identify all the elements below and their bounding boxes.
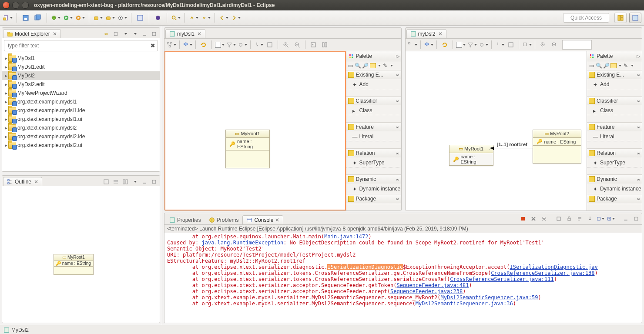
maximize-view-button[interactable] bbox=[150, 177, 158, 186]
close-icon[interactable]: ✕ bbox=[53, 31, 57, 37]
outline-tab[interactable]: Outline ✕ bbox=[3, 177, 42, 186]
palette-entry[interactable]: ▸Class bbox=[587, 106, 642, 115]
palette-entry-more[interactable] bbox=[587, 141, 642, 147]
filter-input[interactable] bbox=[7, 42, 151, 49]
select-button[interactable] bbox=[215, 40, 225, 50]
palette-group[interactable]: Existing E...∞ bbox=[346, 70, 401, 79]
layers-button[interactable] bbox=[423, 40, 434, 50]
paste-format-button[interactable] bbox=[265, 40, 275, 50]
palette-group[interactable]: Package∞ bbox=[346, 194, 401, 203]
palette-entry[interactable]: ✦Add bbox=[587, 80, 642, 89]
palette-group[interactable]: Relation∞ bbox=[346, 149, 401, 157]
close-icon[interactable]: ✕ bbox=[197, 31, 201, 37]
stack-link[interactable]: CrossReferenceSerializer.java:111 bbox=[450, 276, 553, 282]
zoom-out-button[interactable] bbox=[292, 40, 302, 50]
stack-link[interactable]: CrossReferenceSerializer.java:138 bbox=[491, 270, 594, 276]
palette-entry-more[interactable] bbox=[587, 167, 642, 174]
project-tree-item[interactable]: ▸org.xtext.example.mydsl2.ide bbox=[2, 132, 160, 141]
project-tree-item[interactable]: ▸org.xtext.example.mydsl2 bbox=[2, 124, 160, 132]
tab-properties[interactable]: Properties bbox=[165, 215, 205, 224]
open-console-button[interactable] bbox=[607, 214, 615, 223]
project-tree-item[interactable]: ▸MyDsl2.edit bbox=[2, 80, 160, 89]
arrange-button[interactable] bbox=[166, 40, 177, 50]
display-selected-console-button[interactable] bbox=[596, 214, 605, 223]
project-tree-item[interactable]: ▸org.xtext.example.mydsl1 bbox=[2, 97, 160, 106]
class-node-myroot1[interactable]: ▭ MyRoot1 🔑 name : EString bbox=[225, 130, 270, 168]
tab-problems[interactable]: !Problems bbox=[205, 215, 243, 224]
palette-entry[interactable]: ✦Add bbox=[346, 80, 401, 89]
editor-tab-mydsl1[interactable]: myDsl1 ✕ bbox=[165, 29, 205, 38]
window-close-button[interactable] bbox=[3, 2, 10, 9]
filter-button[interactable] bbox=[467, 40, 477, 50]
palette-entry-more[interactable] bbox=[346, 115, 401, 121]
show-hide-button[interactable] bbox=[237, 40, 248, 50]
refresh-button[interactable] bbox=[198, 40, 209, 50]
palette-group[interactable]: Dynamic∞ bbox=[346, 175, 401, 184]
next-annotation-button[interactable] bbox=[201, 13, 211, 23]
project-tree-item[interactable]: ▸org.xtext.example.mydsl2.ui bbox=[2, 141, 160, 150]
outline-canvas[interactable]: ▭ MyRoot1 🔑 name : EString bbox=[2, 186, 160, 323]
editor-tab-mydsl2[interactable]: myDsl2 ✕ bbox=[406, 29, 446, 38]
open-type-button[interactable] bbox=[135, 13, 145, 23]
palette-header[interactable]: Palette▷ bbox=[346, 51, 401, 61]
palette-entry[interactable]: ✦Dynamic instance bbox=[587, 184, 642, 193]
open-perspective-button[interactable] bbox=[614, 13, 627, 23]
select-all-button[interactable] bbox=[153, 13, 163, 23]
new-feature-button[interactable] bbox=[105, 13, 115, 23]
stack-link[interactable]: MyDsl2SemanticSequencer.java:36 bbox=[416, 301, 513, 307]
diagram-canvas-mydsl2[interactable]: ▭ MyRoot1↗ 🔑 name : EString [1..1] root1… bbox=[406, 51, 587, 210]
project-tree-item[interactable]: ▸org.xtext.example.mydsl1.ide bbox=[2, 106, 160, 115]
zoom-in-icon[interactable]: 🔍 bbox=[355, 63, 361, 69]
outline-menu-button[interactable] bbox=[131, 177, 139, 186]
palette-entry[interactable]: ✦Dynamic instance bbox=[346, 184, 401, 193]
zoom-in-icon[interactable]: 🔍 bbox=[596, 63, 602, 69]
outline-mode1-button[interactable] bbox=[102, 177, 111, 186]
clear-console-button[interactable] bbox=[554, 214, 563, 223]
new-button[interactable] bbox=[3, 13, 13, 23]
note-tool-icon[interactable] bbox=[370, 63, 376, 68]
pin-console-button[interactable] bbox=[586, 214, 594, 223]
project-tree-item[interactable]: ▸MyNewProjectWizard bbox=[2, 89, 160, 97]
tab-console[interactable]: Console✕ bbox=[242, 215, 283, 224]
pin-button[interactable] bbox=[253, 40, 264, 50]
palette-entry-more[interactable] bbox=[346, 141, 401, 147]
selection-tool-icon[interactable]: ▭ bbox=[588, 63, 594, 69]
generic-tool-icon[interactable]: ✎ bbox=[623, 63, 629, 69]
window-maximize-button[interactable] bbox=[22, 2, 29, 9]
maximize-view-button[interactable] bbox=[150, 30, 158, 38]
palette-entry-more[interactable] bbox=[346, 89, 401, 95]
word-wrap-button[interactable] bbox=[575, 214, 584, 223]
generate-button[interactable] bbox=[117, 13, 127, 23]
palette-header[interactable]: Palette▷ bbox=[587, 51, 642, 61]
view-menu-button[interactable] bbox=[131, 30, 139, 38]
console-output[interactable]: at org.eclipse.equinox.launcher.Main.mai… bbox=[164, 233, 642, 323]
nav-forward-button[interactable] bbox=[231, 13, 241, 23]
close-icon[interactable]: ✕ bbox=[438, 31, 443, 37]
minimize-view-button[interactable] bbox=[140, 177, 149, 186]
terminate-button[interactable] bbox=[519, 214, 527, 223]
palette-entry[interactable]: ✦SuperType bbox=[587, 158, 642, 167]
selection-tool-icon[interactable]: ▭ bbox=[348, 63, 354, 69]
outline-class-node[interactable]: ▭ MyRoot1 🔑 name : EString bbox=[54, 254, 94, 275]
prev-annotation-button[interactable] bbox=[188, 13, 199, 23]
palette-group[interactable]: Feature∞ bbox=[587, 123, 642, 131]
save-button[interactable] bbox=[20, 13, 31, 23]
diagram-canvas-mydsl1[interactable]: ▭ MyRoot1 🔑 name : EString bbox=[164, 51, 346, 210]
arrange-button[interactable] bbox=[407, 40, 418, 50]
shortcut-node-myroot1[interactable]: ▭ MyRoot1↗ 🔑 name : EString bbox=[449, 145, 493, 166]
palette-group[interactable]: Classifier∞ bbox=[587, 97, 642, 105]
quick-access-field[interactable]: Quick Access bbox=[563, 13, 609, 23]
zoom-in-button[interactable] bbox=[538, 40, 548, 50]
minimize-view-button[interactable] bbox=[621, 214, 630, 223]
palette-entry-more[interactable] bbox=[346, 167, 401, 174]
model-explorer-tree[interactable]: ▸MyDsl1▸MyDsl1.edit▸MyDsl2▸MyDsl2.edit▸M… bbox=[2, 53, 160, 150]
layout-button[interactable] bbox=[319, 40, 330, 50]
maximize-view-button[interactable] bbox=[632, 214, 641, 223]
reference-edge[interactable] bbox=[493, 148, 533, 148]
palette-group[interactable]: Package∞ bbox=[587, 194, 642, 203]
search-button[interactable] bbox=[171, 13, 181, 23]
show-hide-button[interactable] bbox=[478, 40, 489, 50]
remove-all-button[interactable] bbox=[540, 214, 548, 223]
filter-button[interactable] bbox=[226, 40, 236, 50]
zoom-combo[interactable] bbox=[562, 40, 592, 50]
